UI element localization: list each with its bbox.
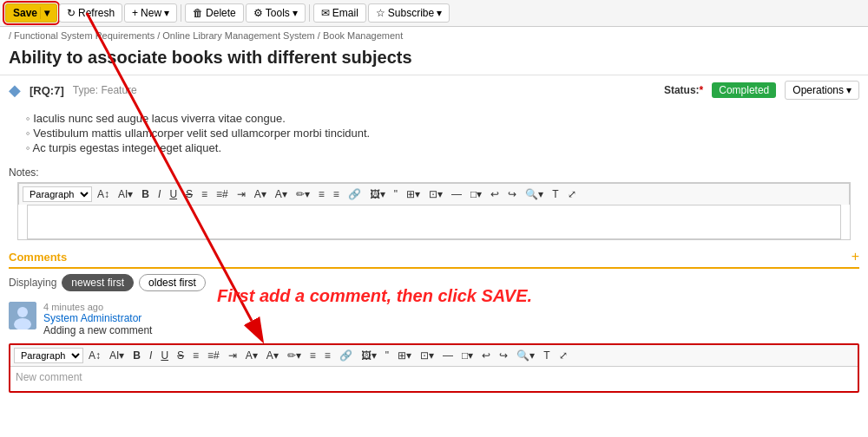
more-btn[interactable]: ⊡▾	[425, 186, 446, 202]
link-btn[interactable]: 🔗	[345, 186, 365, 202]
c-underline-btn[interactable]: U	[157, 348, 172, 363]
text-btn[interactable]: T	[549, 186, 562, 202]
c-zoom-btn[interactable]: 🔍▾	[513, 348, 538, 363]
bullet-list: Iaculis nunc sed augue lacus viverra vit…	[0, 105, 868, 161]
comment-editor-body[interactable]: New comment	[10, 367, 858, 391]
add-comment-button[interactable]: +	[852, 249, 859, 264]
breadcrumb: / Functional System Requirements / Onlin…	[0, 27, 868, 44]
email-button[interactable]: ✉ Email	[313, 3, 366, 23]
c-highlight-btn[interactable]: A▾	[263, 348, 282, 363]
align-right-btn[interactable]: ≡	[330, 186, 343, 202]
ol-btn[interactable]: ≡#	[213, 186, 232, 202]
trash-icon: 🗑	[193, 7, 203, 19]
refresh-button[interactable]: ↻ Refresh	[59, 3, 122, 23]
notes-editor-body[interactable]	[27, 205, 841, 239]
c-link-btn[interactable]: 🔗	[336, 348, 356, 363]
font-color-btn[interactable]: A▾	[251, 186, 270, 202]
c-table-btn[interactable]: ⊞▾	[394, 348, 415, 363]
notes-editor: Paragraph A↕ AI▾ B I U S ≡ ≡# ⇥ A▾ A▾ ✏▾…	[17, 182, 851, 240]
comment-editor-wrapper: Paragraph A↕ AI▾ B I U S ≡ ≡# ⇥ A▾ A▾ ✏▾…	[9, 343, 859, 393]
c-align-right-btn[interactable]: ≡	[321, 348, 334, 363]
list-item: Ac turpis egestas integer eget aliquet.	[26, 141, 859, 154]
c-undo-btn[interactable]: ↩	[478, 348, 494, 363]
tools-dropdown-arrow[interactable]: ▾	[293, 7, 298, 19]
undo-btn[interactable]: ↩	[487, 186, 503, 202]
status-label: Status:*	[664, 84, 703, 96]
comments-title: Comments	[9, 251, 67, 264]
page-title: Ability to associate books with differen…	[0, 44, 868, 75]
c-strikethrough-btn[interactable]: S	[174, 348, 187, 363]
c-redo-btn[interactable]: ↪	[496, 348, 511, 363]
avatar	[9, 302, 36, 329]
marker-btn[interactable]: ✏▾	[293, 186, 313, 202]
diamond-icon: ◆	[9, 81, 21, 100]
strikethrough-btn[interactable]: S	[182, 186, 196, 202]
plus-icon: +	[132, 7, 138, 19]
list-item: Vestibulum mattis ullamcorper velit sed …	[26, 127, 859, 140]
font-size-btn[interactable]: A↕	[94, 186, 113, 202]
bold-btn[interactable]: B	[138, 186, 153, 202]
star-icon: ☆	[376, 7, 385, 19]
separator-2	[309, 4, 310, 22]
c-ai-btn[interactable]: AI▾	[106, 348, 128, 363]
oldest-first-button[interactable]: oldest first	[139, 274, 206, 291]
dash-btn[interactable]: —	[448, 186, 465, 202]
c-bold-btn[interactable]: B	[129, 348, 144, 363]
image-btn[interactable]: 🖼▾	[366, 186, 389, 202]
notes-editor-toolbar: Paragraph A↕ AI▾ B I U S ≡ ≡# ⇥ A▾ A▾ ✏▾…	[18, 183, 850, 205]
c-indent-btn[interactable]: ⇥	[225, 348, 240, 363]
indent-btn[interactable]: ⇥	[233, 186, 249, 202]
c-text-btn[interactable]: T	[540, 348, 553, 363]
expand-btn[interactable]: ⤢	[564, 186, 580, 202]
redo-btn[interactable]: ↪	[504, 186, 520, 202]
operations-button[interactable]: Operations ▾	[785, 81, 859, 100]
req-id: [RQ:7]	[30, 84, 64, 97]
quote-btn[interactable]: "	[391, 186, 401, 202]
c-image-btn[interactable]: 🖼▾	[358, 348, 380, 363]
gear-icon: ⚙	[253, 7, 263, 19]
c-block-btn[interactable]: □▾	[458, 348, 477, 363]
comments-section: Comments + Displaying newest first oldes…	[0, 244, 868, 340]
email-icon: ✉	[321, 7, 330, 19]
c-font-size-btn[interactable]: A↕	[85, 348, 104, 363]
main-toolbar: Save ▾ ↻ Refresh + New ▾ 🗑 Delete ⚙ Tool…	[0, 0, 868, 27]
ul-btn[interactable]: ≡	[198, 186, 211, 202]
ai-btn[interactable]: AI▾	[115, 186, 136, 202]
refresh-icon: ↻	[67, 7, 76, 19]
block-btn[interactable]: □▾	[467, 186, 485, 202]
requirement-row: ◆ [RQ:7] Type: Feature Status:* Complete…	[0, 75, 868, 105]
zoom-btn[interactable]: 🔍▾	[522, 186, 547, 202]
separator-1	[181, 4, 181, 22]
c-expand-btn[interactable]: ⤢	[556, 348, 571, 363]
save-dropdown-arrow[interactable]: ▾	[40, 7, 49, 19]
comment-entry: 4 minutes ago System Administrator Addin…	[9, 298, 859, 340]
save-label: Save	[13, 7, 37, 19]
c-font-color-btn[interactable]: A▾	[242, 348, 261, 363]
new-dropdown-arrow[interactable]: ▾	[164, 7, 169, 19]
comment-author[interactable]: System Administrator	[43, 312, 152, 324]
tools-button[interactable]: ⚙ Tools ▾	[246, 3, 306, 23]
subscribe-dropdown-arrow[interactable]: ▾	[437, 7, 442, 19]
c-ul-btn[interactable]: ≡	[189, 348, 202, 363]
delete-button[interactable]: 🗑 Delete	[185, 3, 244, 23]
paragraph-select[interactable]: Paragraph	[23, 186, 92, 202]
c-dash-btn[interactable]: —	[439, 348, 457, 363]
c-quote-btn[interactable]: "	[382, 348, 392, 363]
align-left-btn[interactable]: ≡	[315, 186, 328, 202]
c-align-left-btn[interactable]: ≡	[306, 348, 319, 363]
new-button[interactable]: + New ▾	[124, 3, 177, 23]
save-button[interactable]: Save ▾	[5, 3, 57, 23]
required-asterisk: *	[700, 84, 704, 96]
table-btn[interactable]: ⊞▾	[403, 186, 424, 202]
c-marker-btn[interactable]: ✏▾	[284, 348, 305, 363]
newest-first-button[interactable]: newest first	[62, 274, 134, 291]
c-more-btn[interactable]: ⊡▾	[417, 348, 437, 363]
underline-btn[interactable]: U	[166, 186, 181, 202]
subscribe-button[interactable]: ☆ Subscribe ▾	[368, 3, 450, 23]
italic-btn[interactable]: I	[155, 186, 164, 202]
c-ol-btn[interactable]: ≡#	[204, 348, 223, 363]
comment-paragraph-select[interactable]: Paragraph	[14, 348, 83, 363]
new-comment-placeholder: New comment	[16, 371, 82, 383]
highlight-btn[interactable]: A▾	[272, 186, 291, 202]
c-italic-btn[interactable]: I	[146, 348, 155, 363]
